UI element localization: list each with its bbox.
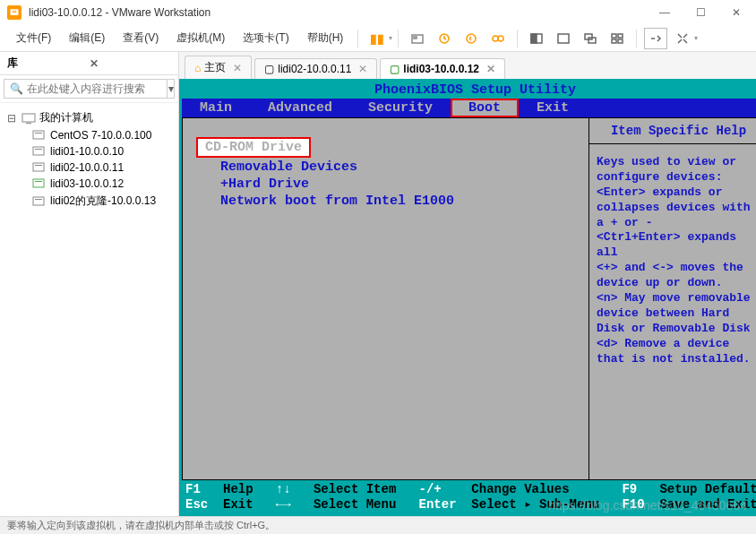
status-bar: 要将输入定向到该虚拟机，请在虚拟机内部单击或按 Ctrl+G。 — [0, 516, 756, 534]
svg-rect-22 — [33, 147, 44, 155]
footer-key: -/+ — [419, 482, 442, 496]
vm-icon — [32, 195, 47, 208]
watermark: https://blog.csdn.net/s10_46450664 — [548, 498, 747, 512]
tree-item-label: lidi01-10.0.0.10 — [50, 145, 124, 158]
minimize-button[interactable]: — — [652, 4, 677, 22]
svg-rect-2 — [13, 12, 17, 13]
tree-root-label: 我的计算机 — [39, 110, 93, 125]
send-ctrl-alt-del-button[interactable] — [406, 28, 429, 49]
menu-file[interactable]: 文件(F) — [7, 27, 60, 49]
svg-rect-25 — [35, 165, 42, 166]
tab-label: lidi02-10.0.0.11 — [278, 63, 351, 75]
tab-vm2[interactable]: ▢lidi03-10.0.0.12✕ — [380, 58, 505, 79]
tree-item[interactable]: lidi03-10.0.0.12 — [4, 176, 175, 192]
svg-rect-19 — [26, 123, 31, 124]
search-icon: 🔍 — [10, 82, 23, 95]
svg-rect-27 — [35, 181, 42, 182]
boot-option-removable[interactable]: Removable Devices — [220, 159, 357, 175]
footer-key: Enter — [419, 497, 457, 512]
footer-label: Help — [223, 482, 253, 496]
tree-item-label: lidi02-10.0.0.11 — [50, 161, 124, 174]
svg-rect-17 — [618, 39, 623, 43]
close-sidebar-button[interactable]: ✕ — [90, 57, 172, 70]
tree-item-label: lidi02的克隆-10.0.0.13 — [50, 194, 156, 209]
boot-option-cdrom[interactable]: CD-ROM Drive — [196, 137, 311, 158]
collapse-icon[interactable]: ⊟ — [7, 112, 18, 125]
menu-help[interactable]: 帮助(H) — [298, 27, 353, 49]
maximize-button[interactable]: ☐ — [688, 4, 713, 22]
bios-help-header: Item Specific Help — [589, 118, 756, 144]
unity-button[interactable] — [552, 28, 575, 49]
separator — [517, 30, 518, 47]
svg-rect-28 — [33, 197, 44, 205]
menu-edit[interactable]: 编辑(E) — [60, 27, 114, 49]
boot-option-network[interactable]: Network boot from Intel E1000 — [220, 194, 454, 209]
home-icon: ⌂ — [194, 62, 201, 74]
bios-help-text: Keys used to view or configure devices: … — [589, 144, 756, 377]
chevron-down-icon[interactable]: ▾ — [389, 34, 392, 42]
svg-rect-29 — [35, 199, 42, 200]
footer-label: Exit — [223, 497, 253, 512]
bios-menu-exit[interactable]: Exit — [519, 99, 587, 117]
footer-key: ↑↓ — [276, 482, 291, 496]
svg-rect-15 — [618, 34, 623, 38]
bios-menu-advanced[interactable]: Advanced — [250, 99, 350, 117]
sidebar-header: 库 — [7, 56, 90, 71]
svg-rect-10 — [531, 34, 537, 43]
snapshot-prev-button[interactable] — [460, 28, 483, 49]
footer-label: Setup Defaults — [659, 482, 756, 496]
tree-root[interactable]: ⊟ 我的计算机 — [4, 108, 175, 127]
stretch-button[interactable] — [671, 28, 694, 49]
separator — [357, 30, 358, 47]
svg-point-7 — [493, 36, 498, 41]
bios-menu-main[interactable]: Main — [182, 99, 250, 117]
app-icon — [7, 5, 21, 20]
menu-tabs[interactable]: 选项卡(T) — [234, 27, 297, 49]
tab-label: lidi03-10.0.0.12 — [403, 63, 479, 75]
search-dropdown[interactable]: ▾ — [168, 79, 175, 99]
tab-label: 主页 — [204, 60, 226, 75]
svg-rect-21 — [35, 133, 42, 134]
boot-option-hard[interactable]: +Hard Drive — [220, 177, 309, 192]
vm-icon — [32, 177, 47, 190]
vm-icon — [32, 145, 47, 158]
footer-label: Select Menu — [314, 497, 396, 512]
fullscreen-button[interactable] — [525, 28, 548, 49]
close-button[interactable]: ✕ — [724, 4, 749, 22]
footer-key: ←→ — [276, 497, 291, 512]
footer-key: Esc — [185, 497, 208, 512]
tree-item[interactable]: lidi01-10.0.0.10 — [4, 143, 175, 159]
snapshot-manager-button[interactable] — [486, 28, 510, 49]
pause-button[interactable]: ▮▮ — [365, 28, 389, 49]
vm-icon: ▢ — [390, 63, 399, 75]
bios-menu-security[interactable]: Security — [350, 99, 451, 117]
svg-rect-11 — [558, 34, 569, 43]
computer-icon — [21, 112, 36, 125]
close-tab-icon[interactable]: ✕ — [486, 63, 495, 75]
toolbar-btn-a[interactable] — [644, 28, 667, 49]
tab-home[interactable]: ⌂主页✕ — [185, 56, 252, 79]
tree-item[interactable]: CentOS 7-10.0.0.100 — [4, 127, 175, 143]
footer-key: F9 — [622, 482, 637, 496]
search-input[interactable] — [27, 82, 161, 95]
close-tab-icon[interactable]: ✕ — [233, 62, 242, 74]
thumbnail-button[interactable] — [606, 28, 629, 49]
svg-rect-24 — [33, 163, 44, 171]
svg-rect-26 — [33, 179, 44, 187]
chevron-down-icon[interactable]: ▾ — [694, 34, 698, 42]
snapshot-button[interactable] — [433, 28, 456, 49]
footer-label: Change Values — [471, 482, 569, 496]
tree-item[interactable]: lidi02-10.0.0.11 — [4, 159, 175, 176]
tab-vm1[interactable]: ▢lidi02-10.0.0.11✕ — [254, 58, 377, 79]
svg-rect-18 — [22, 114, 35, 122]
bios-menu-boot[interactable]: Boot — [451, 99, 519, 117]
vm-icon — [32, 161, 47, 174]
footer-key: F1 — [185, 482, 201, 496]
close-tab-icon[interactable]: ✕ — [358, 63, 367, 75]
menu-view[interactable]: 查看(V) — [114, 27, 168, 49]
menu-vm[interactable]: 虚拟机(M) — [168, 27, 234, 49]
console-view-button[interactable] — [579, 28, 602, 49]
separator — [398, 30, 399, 47]
tree-item[interactable]: lidi02的克隆-10.0.0.13 — [4, 192, 175, 211]
window-title: lidi03-10.0.0.12 - VMware Workstation — [29, 6, 652, 19]
